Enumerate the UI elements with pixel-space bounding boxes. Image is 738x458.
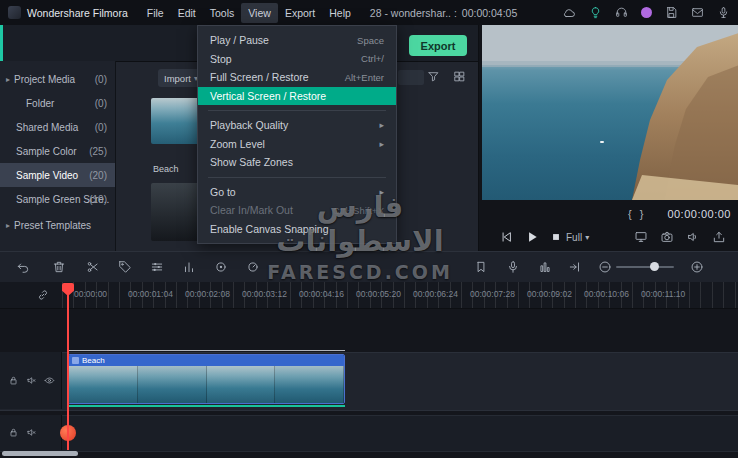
timeline-toolbar bbox=[0, 251, 738, 284]
record-voiceover-icon[interactable] bbox=[506, 260, 520, 274]
eye-icon[interactable] bbox=[44, 375, 55, 386]
sidebar-item-label: Sample Color bbox=[16, 146, 77, 157]
menu-file[interactable]: File bbox=[140, 3, 171, 23]
ruler-label: 00:00:01:04 bbox=[128, 289, 173, 299]
save-icon[interactable] bbox=[665, 6, 678, 19]
grid-view-icon[interactable] bbox=[453, 70, 466, 83]
menu-item-enable-canvas-snapping[interactable]: Enable Canvas Snapping bbox=[198, 220, 396, 239]
zoom-out-icon[interactable] bbox=[598, 260, 612, 274]
menu-bar: Wondershare Filmora File Edit Tools View… bbox=[0, 0, 738, 25]
audio-track[interactable] bbox=[0, 415, 738, 452]
menu-item-play-pause[interactable]: Play / Pause Space bbox=[198, 31, 396, 50]
timeline-ruler-row: 00:00:00 00:00:01:04 00:00:02:08 00:00:0… bbox=[0, 282, 738, 309]
previous-frame-icon[interactable] bbox=[499, 230, 513, 244]
snap-to-playhead-icon[interactable] bbox=[568, 260, 582, 274]
menu-tools[interactable]: Tools bbox=[203, 3, 242, 23]
menu-help[interactable]: Help bbox=[322, 3, 358, 23]
menu-item-shortcut: Ctrl+Shift+X bbox=[333, 205, 384, 216]
sidebar-item-sample-green-screen[interactable]: Sample Green Scre.. (10) bbox=[0, 187, 115, 211]
playhead-line[interactable] bbox=[67, 283, 69, 450]
sidebar-item-sample-color[interactable]: Sample Color (25) bbox=[0, 139, 115, 163]
menu-item-full-screen-restore[interactable]: Full Screen / Restore Alt+Enter bbox=[198, 68, 396, 87]
zoom-in-icon[interactable] bbox=[690, 260, 704, 274]
preview-canvas[interactable] bbox=[482, 25, 738, 200]
sidebar-item-label: Shared Media bbox=[16, 122, 78, 133]
cloud-icon[interactable] bbox=[562, 6, 576, 20]
marker-tag-icon[interactable] bbox=[118, 260, 132, 274]
sidebar-item-count: (20) bbox=[89, 170, 107, 181]
volume-icon[interactable] bbox=[686, 230, 700, 244]
menu-item-label: Playback Quality bbox=[210, 119, 288, 131]
menu-item-go-to[interactable]: Go to ▸ bbox=[198, 183, 396, 202]
expand-arrow-icon[interactable]: ▸ bbox=[6, 75, 10, 84]
export-button[interactable]: Export bbox=[409, 35, 467, 56]
menu-item-playback-quality[interactable]: Playback Quality ▸ bbox=[198, 116, 396, 135]
audio-mixer-icon[interactable] bbox=[538, 260, 552, 274]
menu-item-show-safe-zones[interactable]: Show Safe Zones bbox=[198, 153, 396, 172]
account-avatar[interactable] bbox=[641, 7, 652, 18]
sidebar-item-folder[interactable]: Folder (0) bbox=[0, 91, 115, 115]
menu-item-stop[interactable]: Stop Ctrl+/ bbox=[198, 50, 396, 69]
sidebar-item-sample-video[interactable]: Sample Video (20) bbox=[0, 163, 115, 187]
media-thumbnail-2[interactable] bbox=[151, 183, 201, 241]
lock-icon[interactable] bbox=[8, 427, 19, 438]
mic-icon[interactable] bbox=[717, 6, 730, 19]
search-box[interactable] bbox=[398, 70, 424, 85]
menu-item-clear-in-mark-out[interactable]: Clear In/Mark Out Ctrl+Shift+X bbox=[198, 201, 396, 220]
snapshot-camera-icon[interactable] bbox=[660, 230, 674, 244]
submenu-arrow-icon: ▸ bbox=[379, 187, 384, 197]
ruler-label: 00:00:02:08 bbox=[185, 289, 230, 299]
link-icon[interactable] bbox=[36, 288, 50, 302]
clip-label: Beach bbox=[82, 356, 105, 365]
adjust-sliders-icon[interactable] bbox=[150, 260, 164, 274]
clip-title-bar: Beach bbox=[69, 355, 344, 366]
clip-filmstrip bbox=[69, 366, 344, 403]
mail-icon[interactable] bbox=[691, 6, 704, 19]
play-icon[interactable] bbox=[525, 230, 539, 244]
mark-out-icon[interactable]: } bbox=[636, 208, 648, 220]
preview-timecode-row: { } 00:00:00:00 bbox=[479, 203, 738, 225]
keyframe-icon[interactable] bbox=[214, 260, 228, 274]
menu-item-vertical-screen-restore[interactable]: Vertical Screen / Restore bbox=[198, 87, 396, 106]
marker-icon[interactable] bbox=[474, 260, 488, 274]
render-preview-icon[interactable] bbox=[712, 230, 726, 244]
clip-type-icon bbox=[72, 357, 79, 364]
filter-icon[interactable] bbox=[427, 70, 440, 83]
bulb-icon[interactable] bbox=[589, 6, 602, 19]
sidebar-item-shared-media[interactable]: Shared Media (0) bbox=[0, 115, 115, 139]
trash-icon[interactable] bbox=[52, 260, 66, 274]
sidebar-item-label: Project Media bbox=[14, 74, 75, 85]
coastal-scene bbox=[482, 25, 738, 200]
clip-frame bbox=[69, 366, 138, 403]
split-scissors-icon[interactable] bbox=[86, 260, 100, 274]
menu-view[interactable]: View bbox=[241, 3, 278, 23]
import-button-label: Import bbox=[164, 73, 191, 84]
mark-in-icon[interactable]: { bbox=[624, 208, 636, 220]
filmora-window: Wondershare Filmora File Edit Tools View… bbox=[0, 0, 738, 458]
lock-icon[interactable] bbox=[8, 375, 19, 386]
beach-thumbnail-image bbox=[151, 98, 201, 144]
speed-icon[interactable] bbox=[246, 260, 260, 274]
boat bbox=[600, 141, 604, 143]
mute-speaker-icon[interactable] bbox=[26, 427, 37, 438]
sidebar-item-label: Sample Video bbox=[16, 170, 78, 181]
menu-edit[interactable]: Edit bbox=[171, 3, 203, 23]
menu-item-zoom-level[interactable]: Zoom Level ▸ bbox=[198, 135, 396, 154]
sidebar-item-project-media[interactable]: ▸ Project Media (0) bbox=[0, 67, 115, 91]
timeline-clip-beach[interactable]: Beach bbox=[68, 354, 345, 404]
playback-quality-dropdown[interactable]: Full ▾ bbox=[566, 232, 589, 243]
timeline-horizontal-scrollbar[interactable] bbox=[2, 451, 78, 456]
stop-icon[interactable] bbox=[549, 230, 563, 244]
expand-arrow-icon[interactable]: ▸ bbox=[6, 221, 10, 230]
headset-icon[interactable] bbox=[615, 6, 628, 19]
undo-icon[interactable] bbox=[16, 260, 30, 274]
audio-levels-icon[interactable] bbox=[182, 260, 196, 274]
mute-speaker-icon[interactable] bbox=[26, 375, 37, 386]
zoom-slider-track[interactable] bbox=[616, 266, 674, 268]
menu-export[interactable]: Export bbox=[278, 3, 322, 23]
sidebar-item-preset-templates[interactable]: ▸ Preset Templates bbox=[0, 213, 115, 237]
media-thumbnail-beach[interactable] bbox=[151, 98, 201, 144]
detach-monitor-icon[interactable] bbox=[634, 230, 648, 244]
menu-separator bbox=[208, 110, 386, 111]
zoom-slider-handle[interactable] bbox=[650, 262, 659, 271]
